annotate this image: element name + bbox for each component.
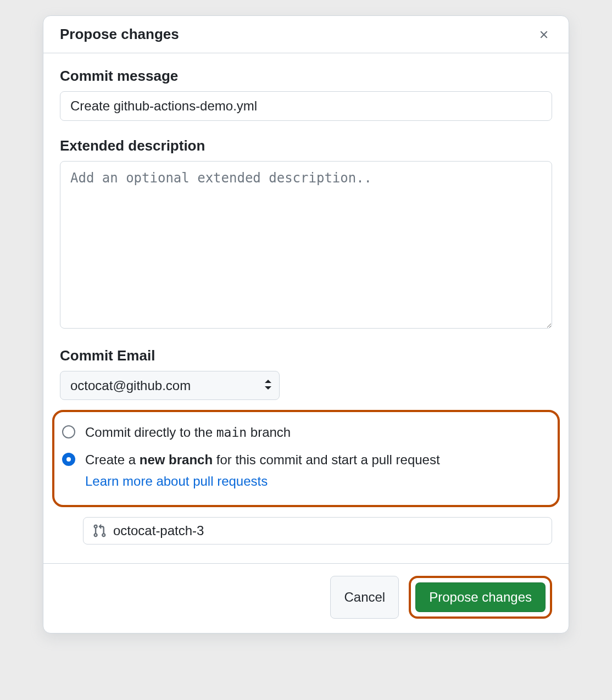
- dialog-footer: Cancel Propose changes: [43, 563, 569, 633]
- radio-checked-icon[interactable]: [62, 453, 75, 466]
- create-branch-bold: new branch: [140, 452, 213, 467]
- dialog-header: Propose changes: [43, 16, 569, 53]
- commit-message-group: Commit message: [60, 68, 552, 121]
- commit-direct-option[interactable]: Commit directly to the main branch: [60, 419, 552, 446]
- close-icon: [538, 29, 550, 41]
- git-pull-request-icon: [92, 524, 107, 538]
- learn-more-link[interactable]: Learn more about pull requests: [85, 472, 440, 491]
- commit-message-label: Commit message: [60, 68, 552, 85]
- radio-unchecked-icon[interactable]: [62, 425, 75, 438]
- create-branch-prefix: Create a: [85, 452, 140, 467]
- create-branch-option[interactable]: Create a new branch for this commit and …: [60, 446, 552, 495]
- create-branch-label: Create a new branch for this commit and …: [85, 451, 440, 491]
- close-button[interactable]: [536, 26, 552, 43]
- create-branch-suffix: for this commit and start a pull request: [213, 452, 440, 467]
- propose-changes-dialog: Propose changes Commit message Extended …: [43, 15, 569, 634]
- extended-description-group: Extended description: [60, 137, 552, 331]
- propose-changes-highlight: Propose changes: [409, 576, 552, 619]
- branch-name-field: [83, 517, 552, 545]
- commit-direct-label: Commit directly to the main branch: [85, 423, 291, 442]
- branch-name-input[interactable]: [113, 523, 543, 538]
- extended-description-textarea[interactable]: [60, 161, 552, 329]
- dialog-title: Propose changes: [60, 26, 179, 43]
- commit-direct-branch: main: [216, 425, 247, 440]
- branch-choice-highlight: Commit directly to the main branch Creat…: [52, 410, 560, 507]
- commit-email-group: Commit Email octocat@github.com: [60, 347, 552, 400]
- commit-direct-suffix: branch: [247, 425, 291, 440]
- commit-email-select[interactable]: octocat@github.com: [60, 371, 280, 400]
- dialog-body: Commit message Extended description Comm…: [43, 53, 569, 563]
- cancel-button[interactable]: Cancel: [330, 576, 399, 619]
- extended-description-label: Extended description: [60, 137, 552, 154]
- commit-direct-prefix: Commit directly to the: [85, 425, 216, 440]
- commit-message-input[interactable]: [60, 91, 552, 121]
- commit-email-label: Commit Email: [60, 347, 552, 364]
- commit-email-select-wrap: octocat@github.com: [60, 371, 280, 400]
- propose-changes-button[interactable]: Propose changes: [415, 582, 546, 612]
